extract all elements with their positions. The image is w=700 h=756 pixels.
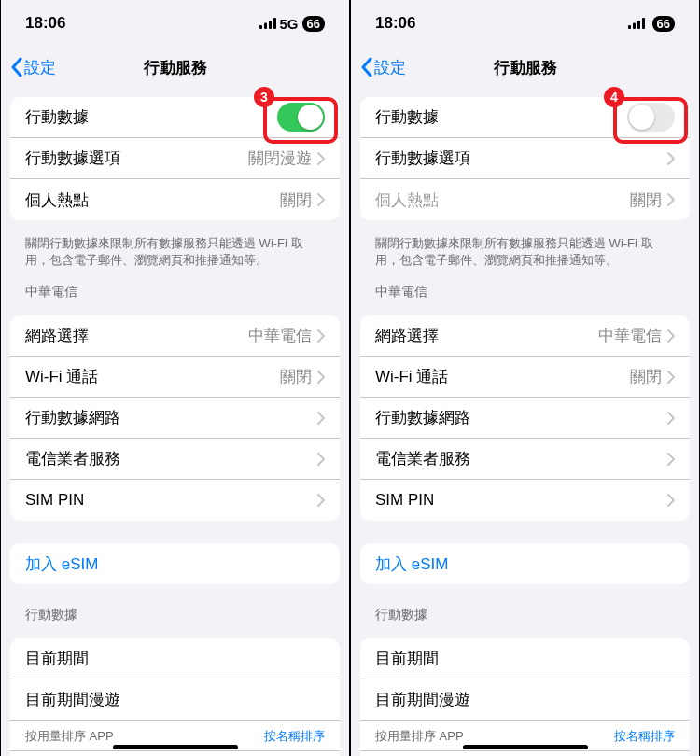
chevron-right-icon	[667, 412, 675, 425]
options-label: 行動數據選項	[375, 147, 662, 169]
home-indicator[interactable]	[113, 745, 238, 749]
row-carrier-services[interactable]: 電信業者服務	[10, 439, 340, 480]
row-data-network[interactable]: 行動數據網路	[10, 398, 340, 439]
svg-rect-4	[628, 25, 631, 29]
group-cellular: 行動數據 行動數據選項 關閉漫遊 個人熱點 關閉	[10, 97, 340, 220]
svg-rect-2	[269, 21, 272, 29]
signal-icon	[628, 18, 645, 29]
cellular-footer: 關閉行動數據來限制所有數據服務只能透過 Wi-Fi 取用，包含電子郵件、瀏覽網頁…	[1, 230, 349, 271]
options-value: 關閉漫遊	[248, 147, 312, 169]
row-cellular-data[interactable]: 行動數據	[360, 97, 690, 138]
row-cellular-options[interactable]: 行動數據選項	[360, 138, 690, 179]
hotspot-value: 關閉	[630, 189, 662, 211]
chevron-right-icon	[317, 329, 325, 343]
chevron-right-icon	[667, 453, 675, 466]
chevron-right-icon	[667, 371, 675, 384]
svg-rect-7	[642, 18, 645, 29]
row-hotspot[interactable]: 個人熱點 關閉	[10, 179, 340, 220]
chevron-right-icon	[317, 152, 325, 165]
sort-label: 按用量排序 APP	[25, 728, 114, 745]
app-row-safari[interactable]: Safari	[360, 751, 690, 756]
app-row-safari[interactable]: Safari	[10, 751, 340, 756]
battery-badge: 66	[302, 16, 325, 32]
svg-rect-5	[633, 23, 636, 30]
row-carrier-services[interactable]: 電信業者服務	[360, 439, 690, 480]
chevron-right-icon	[667, 152, 675, 165]
cellular-label: 行動數據	[25, 106, 277, 128]
row-cellular-data[interactable]: 行動數據	[10, 97, 340, 138]
chevron-right-icon	[317, 494, 325, 507]
usage-header: 行動數據	[351, 594, 699, 629]
chevron-right-icon	[667, 193, 675, 206]
home-indicator[interactable]	[463, 745, 588, 749]
row-add-esim[interactable]: 加入 eSIM	[10, 543, 340, 584]
cellular-label: 行動數據	[375, 106, 627, 128]
back-button[interactable]: 設定	[360, 57, 406, 78]
row-add-esim[interactable]: 加入 eSIM	[360, 543, 690, 584]
group-usage: 目前期間 目前期間漫遊 按用量排序 APP 按名稱排序 Safari	[360, 638, 690, 756]
group-esim: 加入 eSIM	[360, 543, 690, 584]
nav-bar: 設定 行動服務	[351, 47, 699, 88]
options-label: 行動數據選項	[25, 147, 248, 169]
row-network-select[interactable]: 網路選擇中華電信	[10, 315, 340, 357]
status-time: 18:06	[375, 14, 415, 33]
usage-header: 行動數據	[1, 594, 349, 629]
svg-rect-3	[273, 18, 276, 29]
chevron-right-icon	[667, 329, 675, 343]
group-esim: 加入 eSIM	[10, 543, 340, 584]
row-wifi-calling[interactable]: Wi-Fi 通話關閉	[360, 357, 690, 398]
group-carrier: 網路選擇中華電信 Wi-Fi 通話關閉 行動數據網路 電信業者服務 SIM PI…	[10, 315, 340, 521]
group-usage: 目前期間 目前期間漫遊 按用量排序 APP 按名稱排序 Safari	[10, 638, 340, 756]
row-cellular-options[interactable]: 行動數據選項 關閉漫遊	[10, 138, 340, 179]
cellular-footer: 關閉行動數據來限制所有數據服務只能透過 Wi-Fi 取用，包含電子郵件、瀏覽網頁…	[351, 230, 699, 271]
status-network: 5G	[280, 16, 299, 32]
svg-rect-1	[264, 23, 267, 30]
signal-icon	[259, 18, 276, 29]
row-hotspot: 個人熱點 關閉	[360, 179, 690, 220]
chevron-right-icon	[317, 193, 325, 206]
row-current-period[interactable]: 目前期間	[360, 638, 690, 679]
status-bar: 18:06 66	[351, 0, 699, 47]
row-current-period[interactable]: 目前期間	[10, 638, 340, 679]
carrier-header: 中華電信	[1, 271, 349, 306]
hotspot-label: 個人熱點	[375, 189, 630, 211]
sort-label: 按用量排序 APP	[375, 728, 464, 745]
hotspot-label: 個人熱點	[25, 189, 280, 211]
row-sim-pin[interactable]: SIM PIN	[10, 480, 340, 521]
status-bar: 18:06 5G 66	[1, 0, 349, 47]
group-cellular: 行動數據 行動數據選項 個人熱點 關閉	[360, 97, 690, 220]
sort-link[interactable]: 按名稱排序	[264, 728, 325, 745]
row-current-roaming[interactable]: 目前期間漫遊	[10, 679, 340, 721]
sort-link[interactable]: 按名稱排序	[614, 728, 675, 745]
cellular-toggle[interactable]	[627, 103, 675, 132]
row-wifi-calling[interactable]: Wi-Fi 通話關閉	[10, 357, 340, 398]
svg-rect-0	[259, 25, 262, 29]
battery-badge: 66	[652, 16, 675, 32]
chevron-right-icon	[667, 494, 675, 507]
group-carrier: 網路選擇中華電信 Wi-Fi 通話關閉 行動數據網路 電信業者服務 SIM PI…	[360, 315, 690, 521]
back-button[interactable]: 設定	[10, 57, 56, 78]
back-label: 設定	[24, 57, 56, 78]
row-current-roaming[interactable]: 目前期間漫遊	[360, 679, 690, 721]
carrier-header: 中華電信	[351, 271, 699, 306]
chevron-right-icon	[317, 453, 325, 466]
cellular-toggle[interactable]	[277, 103, 325, 132]
chevron-right-icon	[317, 371, 325, 384]
row-data-network[interactable]: 行動數據網路	[360, 398, 690, 439]
row-sim-pin[interactable]: SIM PIN	[360, 480, 690, 521]
row-network-select[interactable]: 網路選擇中華電信	[360, 315, 690, 357]
back-label: 設定	[374, 57, 406, 78]
chevron-right-icon	[317, 412, 325, 425]
status-time: 18:06	[25, 14, 65, 33]
svg-rect-6	[637, 21, 640, 29]
nav-bar: 設定 行動服務	[1, 47, 349, 88]
hotspot-value: 關閉	[280, 189, 312, 211]
